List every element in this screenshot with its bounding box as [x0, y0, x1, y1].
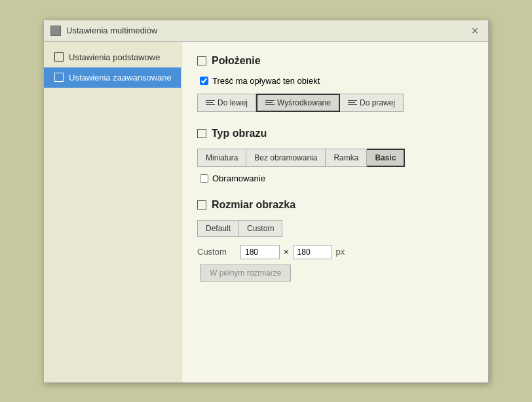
sidebar-item-label-advanced: Ustawienia zaawansowane [69, 73, 172, 82]
image-type-btn-group: Miniatura Bez obramowania Ramka Basic [197, 149, 472, 167]
close-button[interactable]: ✕ [468, 24, 482, 37]
default-size-button[interactable]: Default [197, 220, 239, 237]
times-symbol: × [284, 247, 289, 257]
width-input[interactable] [240, 245, 280, 259]
wrap-text-row: Treść ma opływać ten obiekt [200, 76, 472, 86]
align-btn-group: Do lewej Wyśrodkowane Do prawej [197, 94, 472, 112]
align-right-icon [348, 100, 357, 105]
sidebar-item-label-basic: Ustawienia podstawowe [69, 52, 160, 62]
size-title: Rozmiar obrazka [212, 199, 295, 211]
sidebar-item-icon-advanced [54, 73, 64, 82]
border-row: Obramowanie [200, 174, 472, 183]
align-center-icon [265, 100, 275, 105]
default-label: Default [206, 224, 231, 233]
title-bar-left: Ustawienia multimediów [50, 26, 157, 36]
align-left-button[interactable]: Do lewej [197, 94, 256, 112]
multimedia-icon [50, 26, 61, 36]
wrap-text-checkbox[interactable] [200, 77, 208, 85]
size-section-icon [197, 200, 206, 210]
bez-obramowania-label: Bez obramowania [254, 153, 317, 162]
align-right-label: Do prawej [360, 98, 395, 107]
bez-obramowania-button[interactable]: Bez obramowania [246, 149, 326, 167]
custom-label: Custom [247, 224, 274, 233]
basic-label: Basic [375, 153, 396, 162]
full-width-button[interactable]: W pełnym rozmiarze [200, 265, 291, 282]
custom-size-button[interactable]: Custom [239, 220, 282, 237]
basic-button[interactable]: Basic [367, 149, 405, 167]
image-type-title: Typ obrazu [212, 128, 267, 139]
full-width-label: W pełnym rozmiarze [210, 268, 281, 278]
border-label: Obramowanie [212, 174, 265, 183]
align-right-button[interactable]: Do prawej [340, 94, 404, 112]
ramka-label: Ramka [333, 153, 358, 162]
custom-size-label: Custom [197, 247, 237, 257]
sidebar-item-advanced[interactable]: Ustawienia zaawansowane [44, 67, 181, 88]
miniatura-button[interactable]: Miniatura [197, 149, 246, 167]
image-type-section-title: Typ obrazu [197, 128, 472, 139]
dialog-body: Ustawienia podstawowe Ustawienia zaawans… [44, 42, 488, 382]
image-type-section-icon [197, 129, 206, 138]
sidebar-item-icon-basic [54, 52, 64, 62]
position-section-title: Położenie [197, 55, 472, 67]
height-input[interactable] [293, 245, 332, 259]
border-checkbox[interactable] [200, 174, 208, 183]
sidebar: Ustawienia podstawowe Ustawienia zaawans… [44, 42, 181, 382]
custom-size-row: Custom × px [197, 245, 472, 259]
content-area: Położenie Treść ma opływać ten obiekt Do… [181, 42, 488, 382]
align-left-icon [206, 100, 215, 105]
size-section: Rozmiar obrazka Default Custom Custom × … [197, 199, 472, 282]
position-section: Położenie Treść ma opływać ten obiekt Do… [197, 55, 472, 112]
position-title: Położenie [212, 55, 261, 67]
align-left-label: Do lewej [218, 98, 248, 107]
align-center-label: Wyśrodkowane [277, 98, 331, 107]
align-center-button[interactable]: Wyśrodkowane [256, 94, 340, 112]
miniatura-label: Miniatura [206, 153, 238, 162]
wrap-text-label: Treść ma opływać ten obiekt [212, 76, 320, 86]
px-label: px [336, 247, 345, 257]
sidebar-item-basic[interactable]: Ustawienia podstawowe [44, 47, 181, 67]
size-section-title: Rozmiar obrazka [197, 199, 472, 211]
dialog: Ustawienia multimediów ✕ Ustawienia pods… [43, 20, 489, 383]
position-section-icon [197, 56, 206, 65]
image-type-section: Typ obrazu Miniatura Bez obramowania Ram… [197, 128, 472, 183]
dialog-title: Ustawienia multimediów [66, 26, 157, 35]
ramka-button[interactable]: Ramka [326, 149, 367, 167]
title-bar: Ustawienia multimediów ✕ [44, 20, 488, 42]
size-btn-group: Default Custom [197, 220, 472, 237]
